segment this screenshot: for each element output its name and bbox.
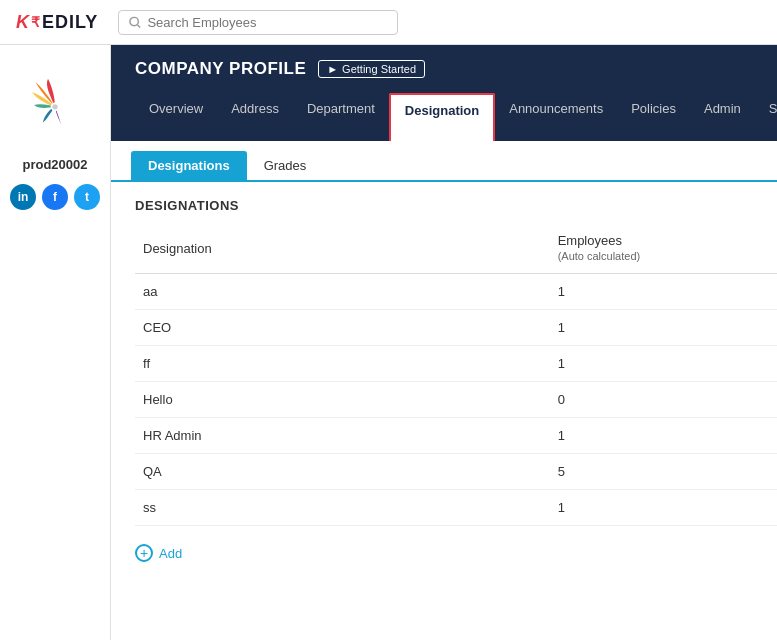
tab-admin[interactable]: Admin	[690, 93, 755, 141]
table-row: HR Admin 1	[135, 418, 777, 454]
table-row: ff 1	[135, 346, 777, 382]
auto-calc-label: (Auto calculated)	[558, 250, 641, 262]
facebook-icon[interactable]: f	[42, 184, 68, 210]
search-icon	[129, 16, 141, 29]
designations-section: DESIGNATIONS Designation Employees (Auto…	[111, 182, 777, 586]
company-name: prod20002	[22, 157, 87, 172]
designation-name: aa	[135, 274, 550, 310]
tab-statutory[interactable]: Statutory	[755, 93, 777, 141]
designation-name: ss	[135, 490, 550, 526]
subtab-designations[interactable]: Designations	[131, 151, 247, 180]
designation-name: QA	[135, 454, 550, 490]
svg-line-1	[138, 24, 141, 27]
svg-point-0	[130, 17, 138, 25]
add-circle-icon: +	[135, 544, 153, 562]
designation-name: HR Admin	[135, 418, 550, 454]
table-row: ss 1	[135, 490, 777, 526]
sidebar: prod20002 in f t	[0, 45, 111, 640]
sub-tabs: Designations Grades	[111, 141, 777, 182]
logo-k: K	[16, 12, 30, 33]
col-header-employees: Employees (Auto calculated)	[550, 227, 777, 274]
getting-started-button[interactable]: ► Getting Started	[318, 60, 425, 78]
table-row: QA 5	[135, 454, 777, 490]
tab-designation[interactable]: Designation	[389, 93, 495, 143]
tab-address[interactable]: Address	[217, 93, 293, 141]
designation-employees: 1	[550, 418, 777, 454]
table-row: Hello 0	[135, 382, 777, 418]
twitter-icon[interactable]: t	[74, 184, 100, 210]
logo: K₹EDILY	[16, 12, 98, 33]
play-icon: ►	[327, 63, 338, 75]
designation-name: CEO	[135, 310, 550, 346]
col-header-designation: Designation	[135, 227, 550, 274]
table-row: aa 1	[135, 274, 777, 310]
table-row: CEO 1	[135, 310, 777, 346]
company-logo	[15, 65, 95, 145]
subtab-grades[interactable]: Grades	[247, 151, 324, 180]
designation-employees: 1	[550, 274, 777, 310]
designations-table: Designation Employees (Auto calculated) …	[135, 227, 777, 526]
tab-policies[interactable]: Policies	[617, 93, 690, 141]
designation-employees: 0	[550, 382, 777, 418]
designation-employees: 1	[550, 310, 777, 346]
designation-name: ff	[135, 346, 550, 382]
main-layout: prod20002 in f t COMPANY PROFILE ► Getti…	[0, 45, 777, 640]
tab-overview[interactable]: Overview	[135, 93, 217, 141]
profile-header: COMPANY PROFILE ► Getting Started	[111, 45, 777, 93]
nbc-peacock-icon	[20, 70, 90, 140]
logo-text: EDILY	[42, 12, 98, 33]
social-icons: in f t	[10, 184, 100, 210]
search-bar[interactable]	[118, 10, 398, 35]
tab-announcements[interactable]: Announcements	[495, 93, 617, 141]
add-label: Add	[159, 546, 182, 561]
sub-content: Designations Grades DESIGNATIONS Designa…	[111, 141, 777, 640]
search-input[interactable]	[147, 15, 387, 30]
designation-employees: 1	[550, 490, 777, 526]
designation-employees: 5	[550, 454, 777, 490]
linkedin-icon[interactable]: in	[10, 184, 36, 210]
tab-department[interactable]: Department	[293, 93, 389, 141]
svg-point-3	[52, 104, 57, 109]
designation-name: Hello	[135, 382, 550, 418]
add-designation-button[interactable]: + Add	[135, 536, 777, 570]
profile-title: COMPANY PROFILE	[135, 59, 306, 79]
logo-rupee: ₹	[31, 14, 41, 30]
section-title: DESIGNATIONS	[135, 198, 777, 213]
getting-started-label: Getting Started	[342, 63, 416, 75]
top-bar: K₹EDILY	[0, 0, 777, 45]
designation-employees: 1	[550, 346, 777, 382]
nav-tabs: Overview Address Department Designation …	[111, 93, 777, 141]
content-area: COMPANY PROFILE ► Getting Started Overvi…	[111, 45, 777, 640]
